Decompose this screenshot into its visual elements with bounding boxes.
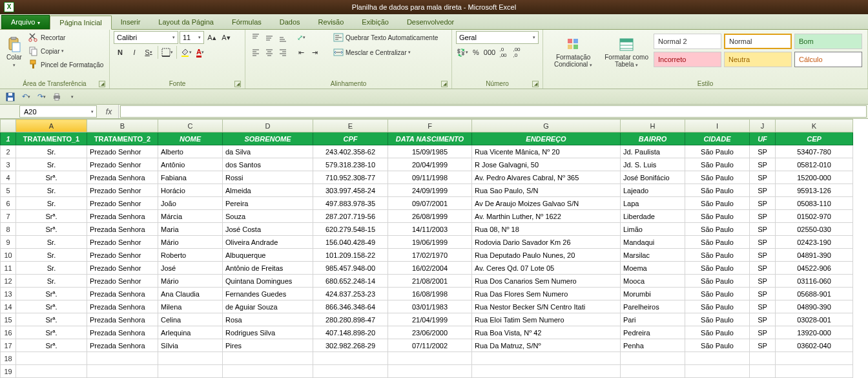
cell[interactable]: 16/02/2004 <box>388 262 472 275</box>
cell[interactable]: 05083-110 <box>776 197 853 210</box>
cell[interactable]: Maria <box>158 223 223 236</box>
col-header-I[interactable]: I <box>685 120 750 132</box>
cell[interactable]: Prezado Senhor <box>87 184 158 197</box>
cell[interactable]: Rua Dos Canarios Sem Numero <box>472 275 621 288</box>
col-header-H[interactable]: H <box>621 120 685 132</box>
cell[interactable]: Srª. <box>16 288 87 300</box>
cell[interactable]: Rua Nestor Becker S/N Centro Itati <box>472 300 621 313</box>
cell[interactable] <box>313 352 388 365</box>
cell[interactable]: 05688-901 <box>776 288 853 300</box>
cell[interactable]: Sr. <box>16 262 87 275</box>
cell[interactable]: São Paulo <box>685 158 750 171</box>
cell[interactable]: SP <box>750 288 776 300</box>
cell[interactable]: Av. Pedro Alvares Cabral, Nº 365 <box>472 171 621 184</box>
cell[interactable]: José Costa <box>223 223 313 236</box>
tab-f-rmulas[interactable]: Fórmulas <box>223 16 271 29</box>
cell[interactable]: Sr. <box>16 158 87 171</box>
cell[interactable]: 20/04/1999 <box>388 158 472 171</box>
align-middle-button[interactable] <box>263 31 276 44</box>
increase-font-button[interactable]: A▴ <box>205 31 218 44</box>
cell[interactable]: São Paulo <box>685 275 750 288</box>
chevron-down-icon[interactable]: ▾ <box>88 109 96 114</box>
cell[interactable]: Mário <box>158 275 223 288</box>
merge-center-button[interactable]: Mesclar e Centralizar▾ <box>332 46 439 59</box>
name-box-input[interactable] <box>20 108 78 116</box>
cell[interactable]: 03/01/1983 <box>388 300 472 313</box>
cell[interactable]: Jd. Paulista <box>621 145 685 158</box>
cell[interactable]: Oliveira Andrade <box>223 236 313 249</box>
cell[interactable]: SP <box>750 313 776 326</box>
comma-button[interactable]: 000 <box>483 46 496 59</box>
row-header[interactable]: 7 <box>1 210 16 223</box>
row-header[interactable]: 17 <box>1 339 16 352</box>
cell[interactable] <box>16 352 87 365</box>
tab-p-gina-inicial[interactable]: Página Inicial <box>50 16 111 30</box>
cell[interactable]: 21/08/2001 <box>388 275 472 288</box>
increase-decimal-button[interactable]: ,0,00 <box>497 46 510 59</box>
percent-button[interactable]: % <box>470 46 482 59</box>
cell[interactable]: José <box>158 262 223 275</box>
cell[interactable] <box>158 352 223 365</box>
row-header[interactable]: 3 <box>1 158 16 171</box>
cell[interactable]: 14/11/2003 <box>388 223 472 236</box>
row-header[interactable]: 13 <box>1 288 16 300</box>
row-header[interactable]: 5 <box>1 184 16 197</box>
cell[interactable]: Rua Boa Vista, Nº 42 <box>472 326 621 339</box>
wrap-text-button[interactable]: Quebrar Texto Automaticamente <box>332 31 439 44</box>
qat-customize-button[interactable]: ▾ <box>66 90 79 103</box>
cell[interactable] <box>223 365 313 378</box>
row-header[interactable]: 9 <box>1 236 16 249</box>
cell[interactable]: Fernandes Guedes <box>223 288 313 300</box>
cell[interactable]: Pereira <box>223 197 313 210</box>
cell[interactable]: Prezado Senhor <box>87 249 158 262</box>
cell[interactable] <box>472 365 621 378</box>
dialog-launcher-icon[interactable]: ◢ <box>441 81 448 87</box>
cell[interactable]: Rosa <box>223 313 313 326</box>
cell[interactable] <box>388 365 472 378</box>
align-left-button[interactable] <box>249 46 262 59</box>
cell[interactable]: Milena <box>158 300 223 313</box>
bold-button[interactable]: N <box>114 46 127 59</box>
cell[interactable] <box>472 352 621 365</box>
cell[interactable]: Mandaqui <box>621 236 685 249</box>
cell[interactable]: Albuquerque <box>223 249 313 262</box>
dialog-launcher-icon[interactable]: ◢ <box>99 81 105 87</box>
cell[interactable]: 985.457.948-00 <box>313 262 388 275</box>
cell[interactable]: Souza <box>223 210 313 223</box>
decrease-decimal-button[interactable]: ,00,0 <box>510 46 523 59</box>
cell[interactable]: São Paulo <box>685 236 750 249</box>
cell[interactable]: R Jose Galvagni, 50 <box>472 158 621 171</box>
cell[interactable]: 303.997.458-24 <box>313 184 388 197</box>
dialog-launcher-icon[interactable]: ◢ <box>234 81 241 87</box>
print-preview-button[interactable] <box>50 90 63 103</box>
cell[interactable]: 53407-780 <box>776 145 853 158</box>
cell[interactable]: Almeida <box>223 184 313 197</box>
cell[interactable]: 407.148.898-20 <box>313 326 388 339</box>
cell[interactable]: Liberdade <box>621 210 685 223</box>
header-cell[interactable]: DATA NASCIMENTO <box>388 132 472 145</box>
font-color-button[interactable]: A▾ <box>194 46 207 59</box>
tab-exibi-o[interactable]: Exibição <box>353 16 398 29</box>
cell[interactable]: Marsilac <box>621 249 685 262</box>
cell[interactable] <box>776 352 853 365</box>
cell[interactable]: Alberto <box>158 145 223 158</box>
cell[interactable]: Rua Das Flores Sem Numero <box>472 288 621 300</box>
header-cell[interactable]: SOBRENOME <box>223 132 313 145</box>
cell[interactable]: Rua Da Matruz, S/Nº <box>472 339 621 352</box>
align-top-button[interactable] <box>249 31 262 44</box>
header-cell[interactable]: TRATAMENTO_2 <box>87 132 158 145</box>
cell[interactable]: 03028-001 <box>776 313 853 326</box>
cell[interactable]: São Paulo <box>685 249 750 262</box>
cell[interactable]: Rodovia Dario Savador Km 26 <box>472 236 621 249</box>
italic-button[interactable]: I <box>128 46 141 59</box>
decrease-indent-button[interactable]: ⇤ <box>294 46 307 59</box>
row-header[interactable]: 4 <box>1 171 16 184</box>
col-header-B[interactable]: B <box>87 120 158 132</box>
cell[interactable] <box>750 365 776 378</box>
cell[interactable]: São Paulo <box>685 300 750 313</box>
style-normal[interactable]: Normal <box>724 34 792 49</box>
row-header[interactable]: 8 <box>1 223 16 236</box>
cell[interactable]: Sr. <box>16 184 87 197</box>
cell[interactable]: SP <box>750 158 776 171</box>
cell[interactable]: Srª. <box>16 210 87 223</box>
